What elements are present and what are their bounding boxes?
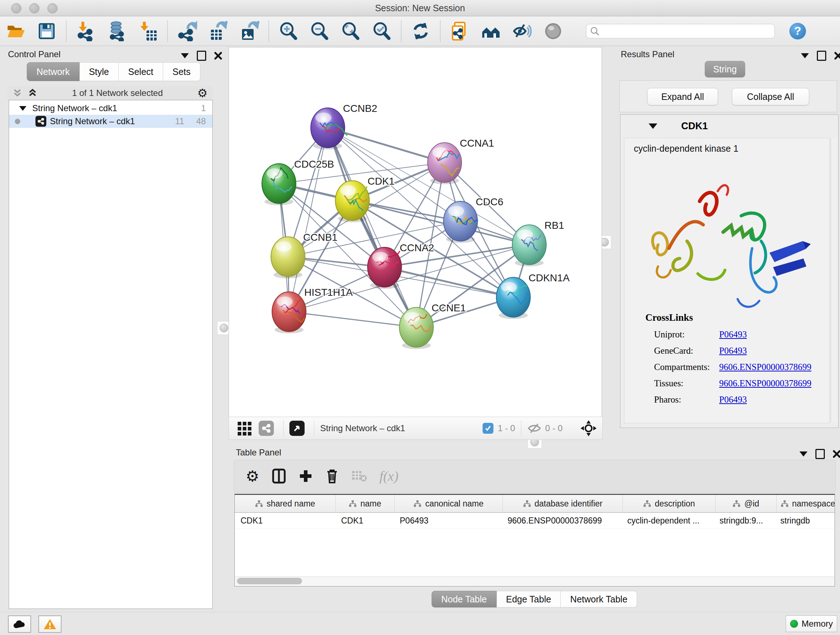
function-builder-icon[interactable]: f(x) [379,468,399,484]
zoom-selected-icon[interactable] [371,21,392,42]
tab-style[interactable]: Style [80,62,119,81]
save-session-icon[interactable] [36,21,57,42]
table-cell[interactable]: 9606.ENSP00000378699 [502,513,622,529]
panel-float-menu-icon[interactable] [181,53,189,58]
add-column-icon[interactable] [298,469,313,483]
table-cell[interactable]: CDK1 [235,513,335,529]
tab-string[interactable]: String [705,61,745,78]
zoom-fit-icon[interactable] [340,21,361,42]
column-header--id[interactable]: @id [715,495,777,512]
memory-button[interactable]: Memory [786,616,837,632]
network-type-icon [35,116,46,127]
delete-table-icon[interactable] [351,470,367,483]
table-settings-gear-icon[interactable]: ⚙ [246,467,259,485]
section-expander-icon[interactable] [649,124,657,129]
panel-undock-icon[interactable] [815,449,825,459]
collapse-all-button[interactable]: Collapse All [732,88,809,105]
column-header-database-identifier[interactable]: database identifier [503,495,623,512]
search-input[interactable] [600,26,760,36]
results-scrollbar[interactable] [831,138,837,423]
import-database-icon[interactable] [106,21,127,42]
gear-icon[interactable]: ⚙ [197,86,208,100]
tab-select[interactable]: Select [118,62,163,81]
collapse-all-chevron-icon[interactable] [12,88,22,98]
crosslink-link[interactable]: 9606.ENSP00000378699 [719,378,812,388]
table-cell[interactable]: cyclin-dependent ... [622,513,714,529]
node-CCNA1[interactable] [428,143,462,184]
table-cell[interactable]: stringdb [775,513,835,529]
network-view-canvas[interactable]: CCNB2CCNA1CDC25BCDK1CDC6RB1CCNB1CCNA2CDK… [229,47,602,417]
tab-network[interactable]: Network [27,62,80,81]
new-network-from-selection-icon[interactable] [449,21,470,42]
export-image-icon[interactable] [239,21,260,42]
toolbar-separator [167,21,168,42]
column-header-canonical-name[interactable]: canonical name [395,495,503,512]
column-header-description[interactable]: description [623,495,715,512]
edge-HIST1H1A-CCNE1[interactable] [289,312,416,327]
show-columns-icon[interactable] [272,468,286,484]
selected-checkbox-icon[interactable] [483,423,493,434]
tab-sets[interactable]: Sets [163,62,201,81]
node-CDKN1A[interactable] [496,277,531,319]
refresh-layout-icon[interactable] [410,21,431,42]
export-table-icon[interactable] [208,21,229,42]
edge-CCNB2-HIST1H1A[interactable] [289,128,328,312]
fit-crosshair-icon[interactable] [580,420,597,437]
panel-undock-icon[interactable] [817,51,826,61]
table-hscrollbar[interactable] [234,576,835,586]
node-CCNE1[interactable] [399,307,433,349]
column-header-name[interactable]: name [336,495,395,512]
tree-expander-icon[interactable] [19,106,27,111]
panel-close-icon[interactable] [834,52,840,60]
node-RB1[interactable] [512,225,546,266]
hide-details-icon[interactable] [512,21,532,42]
node-CDC6[interactable] [444,201,478,243]
expand-all-chevron-icon[interactable] [27,88,38,98]
search-field[interactable] [586,24,775,38]
open-session-icon[interactable] [5,21,26,42]
table-cell[interactable]: CDK1 [335,513,394,529]
panel-float-menu-icon[interactable] [799,451,807,456]
birds-eye-view-icon[interactable] [289,421,305,436]
control-panel: Control Panel NetworkStyleSelectSets 1 o… [3,47,217,610]
panel-close-icon[interactable] [214,52,222,60]
table-cell[interactable]: stringdb:9... [714,513,775,529]
network-collection-row[interactable]: String Network – cdk1 1 [9,102,212,115]
tab-network-table[interactable]: Network Table [561,591,637,608]
help-icon[interactable]: ? [789,23,806,40]
zoom-in-icon[interactable] [278,21,299,42]
crosslink-link[interactable]: P06493 [719,346,747,356]
column-header-shared-name[interactable]: shared name [235,495,336,512]
export-network-icon[interactable] [177,21,197,42]
import-table-icon[interactable] [137,21,158,42]
node-CDC25B[interactable] [262,164,296,205]
panel-undock-icon[interactable] [197,51,206,61]
warning-button[interactable] [38,616,62,633]
column-header-namespace[interactable]: namespace [777,495,835,512]
import-network-icon[interactable] [75,21,96,42]
node-HIST1H1A[interactable] [272,292,306,333]
cloud-button[interactable] [8,616,31,633]
panel-float-menu-icon[interactable] [801,53,809,58]
edge-CCNA2-CDKN1A[interactable] [385,267,513,297]
tab-node-table[interactable]: Node Table [431,591,497,608]
network-view-type-icon[interactable] [259,421,274,436]
gene-section-header[interactable]: CDK1 [621,115,838,137]
network-row[interactable]: String Network – cdk1 11 48 [9,115,212,128]
first-neighbors-icon[interactable] [480,21,501,42]
crosslink-link[interactable]: P06493 [719,329,747,340]
delete-column-icon[interactable] [325,468,339,484]
sphere-icon[interactable] [543,21,564,42]
tab-edge-table[interactable]: Edge Table [497,591,561,608]
expand-all-button[interactable]: Expand All [647,88,718,105]
crosslink-link[interactable]: P06493 [719,394,747,405]
node-CCNB2[interactable] [311,108,347,149]
grid-view-icon[interactable] [237,420,253,436]
table-cell[interactable]: P06493 [394,513,502,529]
node-CCNB1[interactable] [271,237,305,279]
hidden-eye-icon[interactable] [527,423,542,434]
crosslink-link[interactable]: 9606.ENSP00000378699 [719,362,812,372]
table-hscroll-thumb[interactable] [237,578,302,584]
zoom-out-icon[interactable] [309,21,330,42]
panel-close-icon[interactable] [833,450,840,458]
